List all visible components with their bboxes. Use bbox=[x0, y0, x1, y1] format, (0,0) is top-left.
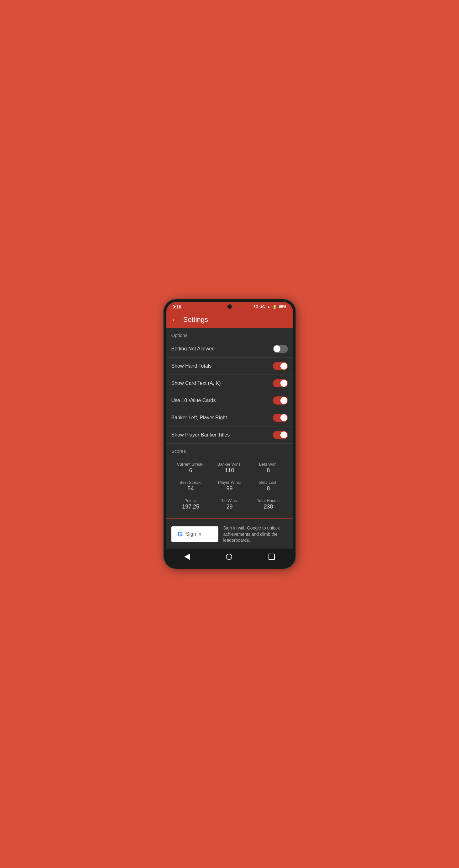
score-label-best-streak: Best Streak: bbox=[173, 480, 209, 485]
scores-section-label: Scores bbox=[166, 444, 293, 456]
camera-notch bbox=[227, 304, 232, 309]
toggle-betting-not-allowed[interactable] bbox=[273, 345, 288, 353]
score-cell-tie-wins: Tie Wins: 29 bbox=[210, 495, 249, 513]
options-section: Options Betting Not Allowed Show Hand To… bbox=[166, 328, 293, 444]
signin-description: Sign in with Google to unlock achievemen… bbox=[223, 525, 288, 544]
setting-label-betting-not-allowed: Betting Not Allowed bbox=[171, 346, 215, 352]
toggle-show-card-text[interactable] bbox=[273, 379, 288, 388]
score-label-total-hands: Total Hands: bbox=[250, 498, 287, 503]
battery-icon: 🔋 bbox=[272, 305, 277, 309]
scores-section: Scores Current Streak: 6 Banker Wins: 11… bbox=[166, 444, 293, 518]
phone-device: 9:16 5G UC ▲ 🔋 85% ← Settings Options Be… bbox=[164, 299, 295, 569]
setting-row-show-player-banker-titles: Show Player Banker Titles bbox=[166, 427, 293, 444]
score-value-bets-won: 8 bbox=[250, 467, 287, 474]
setting-row-show-hand-totals: Show Hand Totals bbox=[166, 358, 293, 375]
nav-bar bbox=[166, 549, 293, 566]
toggle-knob-banker-left-player-right bbox=[280, 414, 287, 421]
score-cell-banker-wins: Banker Wins: 110 bbox=[210, 459, 249, 477]
app-title: Settings bbox=[183, 316, 208, 324]
toggle-use-10-value-cards[interactable] bbox=[273, 396, 288, 405]
score-label-banker-wins: Banker Wins: bbox=[211, 462, 248, 467]
screen: 9:16 5G UC ▲ 🔋 85% ← Settings Options Be… bbox=[166, 302, 293, 566]
score-cell-bets-won: Bets Won: 8 bbox=[249, 459, 288, 477]
signal-icon: ▲ bbox=[267, 305, 271, 309]
score-cell-points: Points: 197.25 bbox=[171, 495, 210, 513]
score-cell-total-hands: Total Hands: 238 bbox=[249, 495, 288, 513]
score-label-tie-wins: Tie Wins: bbox=[211, 498, 248, 503]
setting-row-use-10-value-cards: Use 10 Value Cards bbox=[166, 392, 293, 409]
options-section-label: Options bbox=[166, 328, 293, 340]
scores-divider bbox=[166, 518, 293, 519]
score-value-tie-wins: 29 bbox=[211, 503, 248, 510]
setting-label-banker-left-player-right: Banker Left, Player Right bbox=[171, 415, 227, 421]
score-cell-bets-lost: Bets Lost: 8 bbox=[249, 477, 288, 495]
back-button[interactable]: ← bbox=[171, 316, 178, 323]
signin-section: G Sign in Sign in with Google to unlock … bbox=[166, 520, 293, 549]
setting-row-show-card-text: Show Card Text (A, K) bbox=[166, 375, 293, 392]
app-bar: ← Settings bbox=[166, 311, 293, 328]
score-label-points: Points: bbox=[173, 498, 209, 503]
toggle-banker-left-player-right[interactable] bbox=[273, 414, 288, 422]
score-value-current-streak: 6 bbox=[173, 467, 209, 474]
setting-label-show-player-banker-titles: Show Player Banker Titles bbox=[171, 432, 230, 438]
content-scroll[interactable]: Options Betting Not Allowed Show Hand To… bbox=[166, 328, 293, 549]
toggle-knob-betting-not-allowed bbox=[274, 345, 280, 352]
setting-row-banker-left-player-right: Banker Left, Player Right bbox=[166, 409, 293, 427]
toggle-knob-show-player-banker-titles bbox=[280, 432, 287, 438]
signin-label: Sign in bbox=[186, 531, 201, 537]
setting-label-use-10-value-cards: Use 10 Value Cards bbox=[171, 398, 216, 403]
setting-row-betting-not-allowed: Betting Not Allowed bbox=[166, 340, 293, 358]
google-signin-button[interactable]: G Sign in bbox=[171, 526, 219, 542]
score-label-player-wins: Player Wins: bbox=[211, 480, 248, 485]
setting-label-show-card-text: Show Card Text (A, K) bbox=[171, 380, 221, 386]
score-cell-current-streak: Current Streak: 6 bbox=[171, 459, 210, 477]
scores-grid: Current Streak: 6 Banker Wins: 110 Bets … bbox=[166, 456, 293, 518]
home-circle-icon bbox=[226, 554, 232, 560]
toggle-show-player-banker-titles[interactable] bbox=[273, 431, 288, 439]
score-label-bets-lost: Bets Lost: bbox=[250, 480, 287, 485]
nav-home-button[interactable] bbox=[220, 552, 238, 561]
google-g-icon: G bbox=[178, 530, 183, 538]
score-cell-best-streak: Best Streak: 54 bbox=[171, 477, 210, 495]
score-value-bets-lost: 8 bbox=[250, 485, 287, 492]
nav-recent-button[interactable] bbox=[262, 552, 281, 561]
battery-label: 85% bbox=[279, 305, 286, 309]
nav-back-button[interactable] bbox=[178, 552, 196, 561]
network-label: 5G UC bbox=[254, 305, 265, 309]
score-label-current-streak: Current Streak: bbox=[173, 462, 209, 467]
recent-square-icon bbox=[268, 554, 275, 560]
score-value-best-streak: 54 bbox=[173, 485, 209, 492]
toggle-show-hand-totals[interactable] bbox=[273, 362, 288, 370]
score-value-banker-wins: 110 bbox=[211, 467, 248, 474]
setting-label-show-hand-totals: Show Hand Totals bbox=[171, 363, 212, 369]
score-value-total-hands: 238 bbox=[250, 503, 287, 510]
toggle-knob-show-hand-totals bbox=[280, 363, 287, 370]
score-value-points: 197.25 bbox=[173, 503, 209, 510]
score-value-player-wins: 99 bbox=[211, 485, 248, 492]
toggle-knob-show-card-text bbox=[280, 380, 287, 387]
back-triangle-icon bbox=[184, 554, 190, 560]
score-label-bets-won: Bets Won: bbox=[250, 462, 287, 467]
status-time: 9:16 bbox=[173, 304, 181, 309]
status-icons: 5G UC ▲ 🔋 85% bbox=[254, 305, 287, 309]
score-cell-player-wins: Player Wins: 99 bbox=[210, 477, 249, 495]
toggle-knob-use-10-value-cards bbox=[280, 397, 287, 404]
